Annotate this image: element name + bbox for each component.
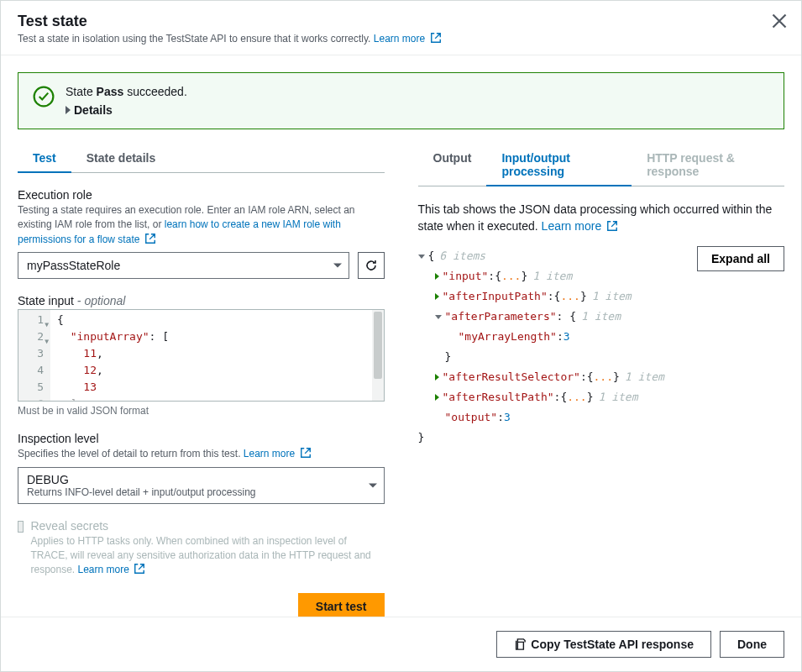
tree-node-afterparameters[interactable]: "afterParameters" : {1 item	[418, 307, 693, 327]
modal-footer: Copy TestState API response Done	[1, 617, 801, 671]
caret-right-icon[interactable]	[435, 293, 439, 300]
caret-down-icon[interactable]	[435, 315, 442, 319]
tab-io-processing[interactable]: Input/output processing	[486, 144, 632, 186]
state-input-hint: Must be in valid JSON format	[18, 405, 385, 417]
close-icon	[771, 13, 788, 29]
inspection-help: Specifies the level of detail to return …	[18, 447, 385, 461]
modal-header: Test state Test a state in isolation usi…	[1, 1, 801, 55]
external-link-icon	[134, 563, 145, 575]
exec-role-help: Testing a state requires an execution ro…	[18, 203, 385, 247]
copy-response-button[interactable]: Copy TestState API response	[496, 631, 711, 658]
tab-output[interactable]: Output	[418, 144, 487, 186]
success-alert: State Pass succeeded. Details	[18, 72, 784, 129]
tab-test[interactable]: Test	[18, 144, 71, 173]
inspection-label: Inspection level	[18, 432, 385, 445]
caret-right-icon[interactable]	[435, 374, 439, 381]
tree-node-input[interactable]: "input" : {...}1 item	[418, 266, 693, 286]
tree-close-brace: }	[418, 347, 693, 367]
caret-right-icon	[66, 106, 71, 114]
caret-down-icon[interactable]	[418, 255, 425, 259]
reveal-secrets-checkbox	[18, 521, 24, 533]
learn-more-link[interactable]: Learn more	[374, 33, 442, 45]
alert-title: State Pass succeeded.	[66, 85, 770, 98]
io-description: This tab shows the JSON data processing …	[418, 202, 785, 234]
inspection-learn-more-link[interactable]: Learn more	[244, 448, 312, 459]
state-input-label: State input - optional	[18, 294, 385, 307]
exec-role-select[interactable]: myPassStateRole	[18, 252, 349, 279]
tree-node-myarraylength: "myArrayLength" : 3	[418, 327, 693, 347]
start-test-button[interactable]: Start test	[298, 593, 385, 617]
tree-node-output: "output" : 3	[418, 407, 693, 428]
state-input-editor[interactable]: 1▼ 2▼ 3 4 5 6 { "inputArray": [ 11, 12, …	[18, 309, 385, 402]
expand-all-button[interactable]: Expand all	[697, 246, 784, 271]
reveal-secrets-row: Reveal secrets Applies to HTTP tasks onl…	[18, 519, 385, 578]
reveal-secrets-label: Reveal secrets	[30, 519, 384, 533]
done-button[interactable]: Done	[720, 631, 784, 658]
tab-http: HTTP request & response	[632, 144, 784, 186]
left-tabs: Test State details	[18, 144, 385, 173]
success-icon	[32, 85, 55, 108]
details-toggle[interactable]: Details	[66, 103, 770, 117]
caret-right-icon[interactable]	[435, 273, 439, 280]
refresh-button[interactable]	[358, 252, 385, 279]
external-link-icon	[430, 32, 442, 44]
right-tabs: Output Input/output processing HTTP requ…	[418, 144, 785, 186]
editor-scrollbar[interactable]	[372, 310, 384, 401]
tree-node-afterresultpath[interactable]: "afterResultPath" : {...}1 item	[418, 387, 693, 407]
caret-right-icon[interactable]	[435, 394, 439, 401]
tree-root-close: }	[418, 428, 693, 448]
external-link-icon	[300, 447, 312, 459]
reveal-learn-more-link[interactable]: Learn more	[78, 564, 146, 575]
editor-code: { "inputArray": [ 11, 12, 13 ]	[50, 310, 384, 401]
tree-root[interactable]: {6 items	[418, 246, 693, 266]
io-learn-more-link[interactable]: Learn more	[542, 219, 618, 233]
modal-title: Test state	[18, 13, 784, 30]
external-link-icon	[144, 233, 156, 244]
inspection-select[interactable]: DEBUG Returns INFO-level detail + input/…	[18, 467, 385, 504]
exec-role-label: Execution role	[18, 188, 385, 202]
refresh-icon	[364, 259, 378, 272]
close-button[interactable]	[771, 13, 788, 29]
chevron-down-icon	[333, 264, 342, 268]
copy-icon	[514, 638, 526, 650]
editor-gutter: 1▼ 2▼ 3 4 5 6	[18, 310, 50, 401]
modal-subtitle: Test a state in isolation using the Test…	[18, 32, 784, 45]
reveal-secrets-help: Applies to HTTP tasks only. When combine…	[30, 534, 384, 578]
tree-node-afterresultselector[interactable]: "afterResultSelector" : {...}1 item	[418, 367, 693, 387]
tree-node-afterinputpath[interactable]: "afterInputPath" : {...}1 item	[418, 286, 693, 307]
external-link-icon	[606, 220, 618, 232]
json-tree: Expand all {6 items "input" : {...}1 ite…	[418, 246, 785, 448]
chevron-down-icon	[369, 483, 377, 487]
tab-state-details[interactable]: State details	[71, 144, 170, 173]
